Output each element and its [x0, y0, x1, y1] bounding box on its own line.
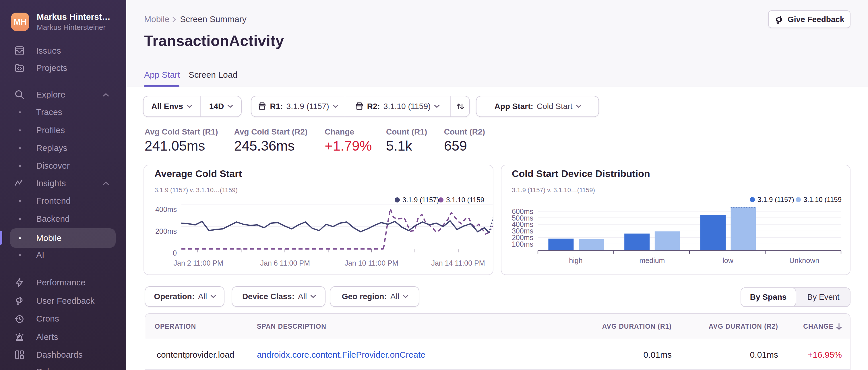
svg-text:Jan 10 11:00 PM: Jan 10 11:00 PM — [344, 259, 398, 267]
svg-text:3.1.9 (1157): 3.1.9 (1157) — [402, 196, 439, 204]
svg-text:low: low — [722, 257, 733, 264]
svg-text:Jan 6 11:00 PM: Jan 6 11:00 PM — [260, 259, 310, 267]
svg-text:Jan 2 11:00 PM: Jan 2 11:00 PM — [174, 259, 223, 267]
svg-text:400ms: 400ms — [155, 205, 177, 213]
svg-text:3.1.10 (1159: 3.1.10 (1159 — [803, 196, 842, 203]
svg-text:100ms: 100ms — [512, 240, 533, 248]
svg-text:high: high — [569, 257, 582, 264]
svg-text:3.1.10 (1159: 3.1.10 (1159 — [446, 196, 484, 204]
svg-text:200ms: 200ms — [155, 227, 177, 235]
svg-text:medium: medium — [640, 257, 665, 264]
svg-text:3.1.9 (1157): 3.1.9 (1157) — [757, 196, 794, 203]
svg-text:0: 0 — [173, 249, 177, 257]
svg-text:Unknown: Unknown — [789, 257, 819, 264]
svg-text:Jan 14 11:00 PM: Jan 14 11:00 PM — [431, 259, 485, 267]
